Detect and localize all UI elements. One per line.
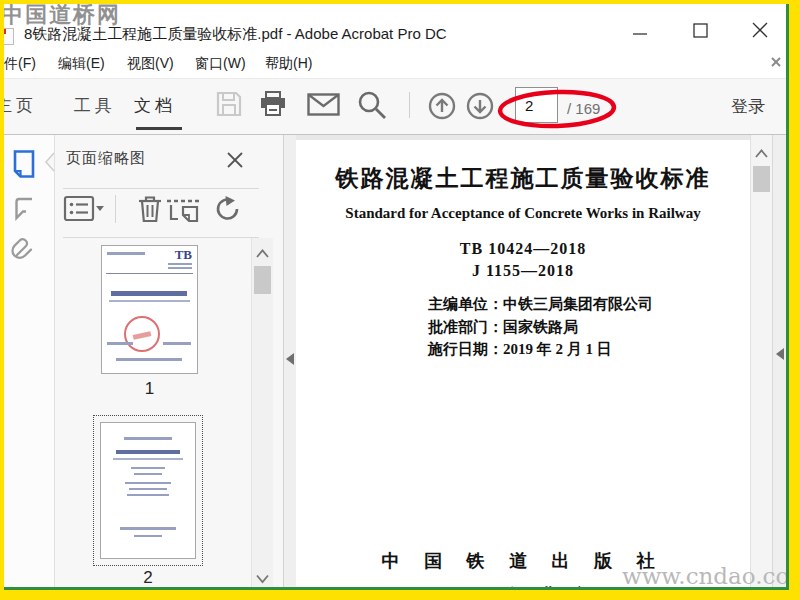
thumbnail-page-2[interactable]	[100, 422, 196, 559]
bookmarks-icon[interactable]	[12, 195, 36, 223]
collapse-panel-arrow-icon[interactable]	[286, 353, 294, 365]
menu-view[interactable]: 视图(V)	[127, 55, 174, 73]
toolbar-separator	[409, 92, 410, 118]
document-scrollbar-thumb[interactable]	[753, 166, 770, 192]
attachments-icon[interactable]	[10, 236, 36, 264]
expand-tools-pane-arrow-icon[interactable]	[776, 348, 784, 360]
panel-title: 页面缩略图	[66, 149, 146, 168]
document-code-j: J 1155—2018	[296, 262, 750, 280]
acrobat-app-icon	[4, 28, 14, 45]
toolbar	[4, 78, 786, 135]
search-icon[interactable]	[356, 89, 388, 121]
thumbnail-tb-code: TB	[175, 247, 192, 263]
previous-page-icon[interactable]	[428, 92, 456, 120]
document-page	[296, 135, 750, 590]
page-thumbnails-icon[interactable]	[11, 149, 37, 179]
scroll-down-icon[interactable]	[255, 573, 270, 584]
tab-document[interactable]: 文档	[134, 94, 176, 117]
document-scroll-up-icon[interactable]	[754, 148, 769, 159]
menu-help[interactable]: 帮助(H)	[265, 55, 312, 73]
thumbnail-label-1: 1	[101, 379, 198, 399]
document-code-tb: TB 10424—2018	[296, 240, 750, 258]
document-effective-date: 施行日期：2019 年 2 月 1 日	[428, 340, 612, 359]
page-total-label: / 169	[567, 100, 600, 117]
scroll-up-icon[interactable]	[255, 248, 270, 259]
print-icon[interactable]	[259, 90, 287, 118]
panel-toolbar-separator	[115, 195, 116, 223]
maximize-button-icon[interactable]	[692, 22, 710, 40]
page-number-input[interactable]	[515, 87, 558, 123]
thumbnails-scrollbar-thumb[interactable]	[254, 266, 271, 294]
menu-edit[interactable]: 编辑(E)	[58, 55, 105, 73]
rotate-pages-icon[interactable]	[213, 193, 245, 225]
thumbnail-label-2: 2	[93, 568, 203, 588]
menu-file[interactable]: 文件(F)	[4, 55, 36, 73]
red-seal-stamp	[124, 316, 160, 352]
document-top-edge	[296, 135, 750, 140]
save-icon[interactable]	[215, 90, 243, 118]
title-bar: 8铁路混凝土工程施工质量验收标准.pdf - Adobe Acrobat Pro…	[4, 4, 786, 48]
panel-divider	[63, 237, 259, 238]
menu-window[interactable]: 窗口(W)	[195, 55, 246, 73]
thumbnail-options-icon[interactable]	[63, 194, 105, 224]
menu-bar	[4, 48, 786, 78]
watermark-bottom-right: www.cndao.com	[622, 563, 789, 589]
panel-close-icon[interactable]	[225, 150, 245, 170]
acrobat-window: 8铁路混凝土工程施工质量验收标准.pdf - Adobe Acrobat Pro…	[4, 4, 789, 590]
document-chief-editor: 主编单位：中铁三局集团有限公司	[428, 295, 653, 314]
document-title-cn: 铁路混凝土工程施工质量验收标准	[296, 163, 750, 194]
panel-divider	[63, 188, 259, 189]
tab-tools[interactable]: 工具	[74, 94, 116, 117]
document-approval: 批准部门：国家铁路局	[428, 318, 578, 337]
email-icon[interactable]	[307, 93, 341, 117]
thumbnail-page-1[interactable]: TB	[101, 245, 198, 374]
menubar-close-icon[interactable]	[770, 56, 782, 68]
login-button[interactable]: 登录	[731, 95, 765, 118]
document-title-en: Standard for Acceptance of Concrete Work…	[296, 205, 750, 222]
delete-pages-icon[interactable]	[137, 194, 163, 224]
watermark-top-left: 中国道桥网	[4, 4, 121, 30]
page-thumbnails-panel: 页面缩略图	[54, 135, 283, 590]
crop-pages-icon[interactable]	[165, 194, 203, 224]
close-button-icon[interactable]	[751, 21, 769, 39]
active-tab-underline	[136, 127, 182, 130]
document-scrollbar[interactable]	[750, 135, 772, 590]
next-page-icon[interactable]	[466, 92, 494, 120]
minimize-button-icon[interactable]	[631, 24, 649, 42]
tab-home[interactable]: 主页	[4, 94, 37, 117]
tools-pane-collapse-strip[interactable]	[772, 135, 789, 590]
